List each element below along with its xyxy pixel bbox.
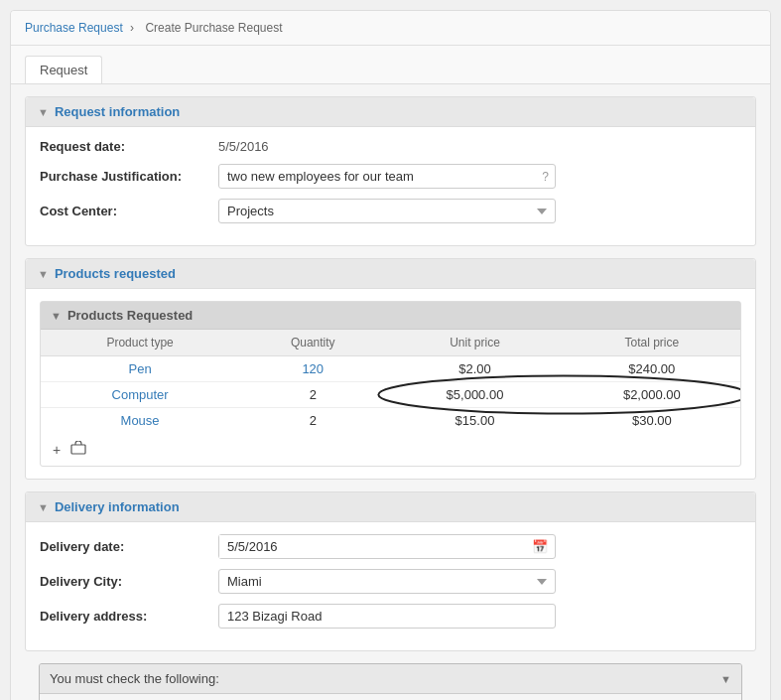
products-outer-body: ▼ Products Requested Product type Quanti… [26,289,755,479]
page-wrapper: Purchase Request › Create Purchase Reque… [10,10,771,700]
request-date-value: 5/5/2016 [218,139,269,154]
quantity-link[interactable]: 120 [302,361,324,376]
product-name: Pen [41,356,239,382]
delivery-info-body: Delivery date: 📅 Delivery City: Miami De… [26,522,755,650]
cost-center-label: Cost Center: [40,204,218,218]
delivery-city-row: Delivery City: Miami [40,569,741,594]
product-quantity: 2 [239,408,386,434]
request-info-section: ▼ Request information Request date: 5/5/… [25,96,756,246]
table-row: Pen 120 $2.00 $240.00 [41,356,740,382]
product-name: Computer [41,382,239,408]
delivery-info-header: ▼ Delivery information [26,492,755,522]
request-info-body: Request date: 5/5/2016 Purchase Justific… [26,127,755,245]
product-quantity: 2 [239,382,386,408]
justification-input-wrapper: ? [218,164,556,189]
upload-row-button[interactable] [68,439,88,460]
products-outer-section: ▼ Products requested ▼ Products Requeste… [25,258,756,480]
validation-header-text: You must check the following: [50,671,219,686]
validation-body: ❌ Unit price must be less than Total pri… [40,694,741,700]
breadcrumb-separator: › [130,21,134,35]
products-inner-toggle-icon[interactable]: ▼ [51,310,62,322]
content-area: ▼ Request information Request date: 5/5/… [11,84,770,700]
product-quantity: 120 [239,356,386,382]
breadcrumb: Purchase Request › Create Purchase Reque… [11,11,770,46]
products-table-container: Product type Quantity Unit price Total p… [41,330,740,433]
table-row: Computer 2 $5,000.00 $2,000.00 [41,382,740,408]
calendar-icon[interactable]: 📅 [525,535,555,558]
col-quantity: Quantity [239,330,386,356]
products-inner-section: ▼ Products Requested Product type Quanti… [40,301,741,467]
table-row: Mouse 2 $15.00 $30.00 [41,408,740,434]
justification-help-icon[interactable]: ? [536,166,555,188]
delivery-city-label: Delivery City: [40,574,218,589]
delivery-date-row: Delivery date: 📅 [40,534,741,559]
validation-chevron-icon[interactable]: ▼ [720,673,731,685]
breadcrumb-current: Create Purchase Request [145,21,282,35]
table-header-row: Product type Quantity Unit price Total p… [41,330,740,356]
product-total-price: $240.00 [564,356,740,382]
tab-bar: Request [11,46,770,84]
products-outer-header: ▼ Products requested [26,259,755,289]
delivery-info-title: Delivery information [55,499,180,514]
product-link[interactable]: Computer [112,387,169,402]
products-inner-title: Products Requested [67,308,193,323]
product-unit-price: $15.00 [386,408,563,434]
delivery-address-label: Delivery address: [40,609,218,624]
product-link[interactable]: Pen [129,361,152,376]
request-info-header: ▼ Request information [26,97,755,127]
product-total-price: $2,000.00 [564,382,740,408]
add-row-button[interactable]: + [51,439,63,460]
cost-center-row: Cost Center: Projects [40,199,741,223]
request-info-toggle-icon[interactable]: ▼ [38,106,49,118]
product-total-price: $30.00 [564,408,740,434]
products-inner-header: ▼ Products Requested [41,302,740,330]
validation-banner: You must check the following: ▼ ❌ Unit p… [39,663,742,700]
tab-request[interactable]: Request [25,56,102,83]
breadcrumb-parent[interactable]: Purchase Request [25,21,123,35]
delivery-date-label: Delivery date: [40,539,218,554]
delivery-address-input[interactable] [218,604,556,629]
delivery-address-row: Delivery address: [40,604,741,629]
product-link[interactable]: Mouse [121,413,160,428]
delivery-toggle-icon[interactable]: ▼ [38,501,49,513]
request-date-label: Request date: [40,139,218,154]
cost-center-select[interactable]: Projects [218,199,556,223]
products-outer-title: Products requested [55,266,176,281]
delivery-city-select[interactable]: Miami [218,569,556,594]
justification-row: Purchase Justification: ? [40,164,741,189]
delivery-info-section: ▼ Delivery information Delivery date: 📅 … [25,491,756,651]
product-name: Mouse [41,408,239,434]
delivery-date-input-wrapper: 📅 [218,534,556,559]
products-table: Product type Quantity Unit price Total p… [41,330,740,433]
justification-input[interactable] [219,165,536,188]
table-actions: + [41,433,740,466]
col-unit-price: Unit price [386,330,563,356]
justification-label: Purchase Justification: [40,169,218,184]
col-total-price: Total price [564,330,740,356]
products-outer-toggle-icon[interactable]: ▼ [38,268,49,280]
product-unit-price: $2.00 [386,356,563,382]
product-unit-price: $5,000.00 [386,382,563,408]
request-date-row: Request date: 5/5/2016 [40,139,741,154]
validation-header: You must check the following: ▼ [40,664,741,694]
col-product-type: Product type [41,330,239,356]
svg-rect-1 [71,445,85,454]
delivery-date-input[interactable] [219,535,525,558]
request-info-title: Request information [55,104,180,119]
